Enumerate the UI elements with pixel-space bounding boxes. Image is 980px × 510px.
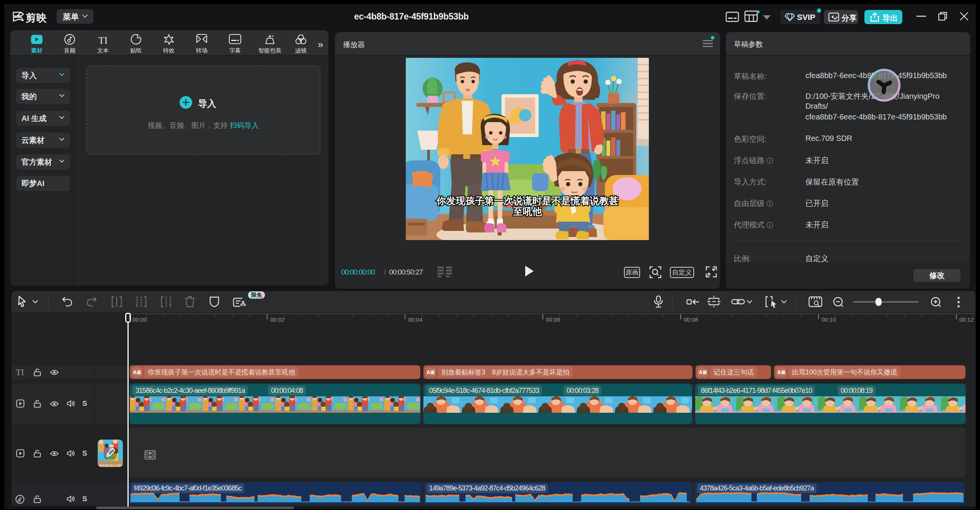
- svg-text:至吼他: 至吼他: [513, 206, 542, 217]
- svg-text:你发现孩子第一次说谎时是不是慌着说教甚: 你发现孩子第一次说谎时是不是慌着说教甚: [436, 195, 619, 206]
